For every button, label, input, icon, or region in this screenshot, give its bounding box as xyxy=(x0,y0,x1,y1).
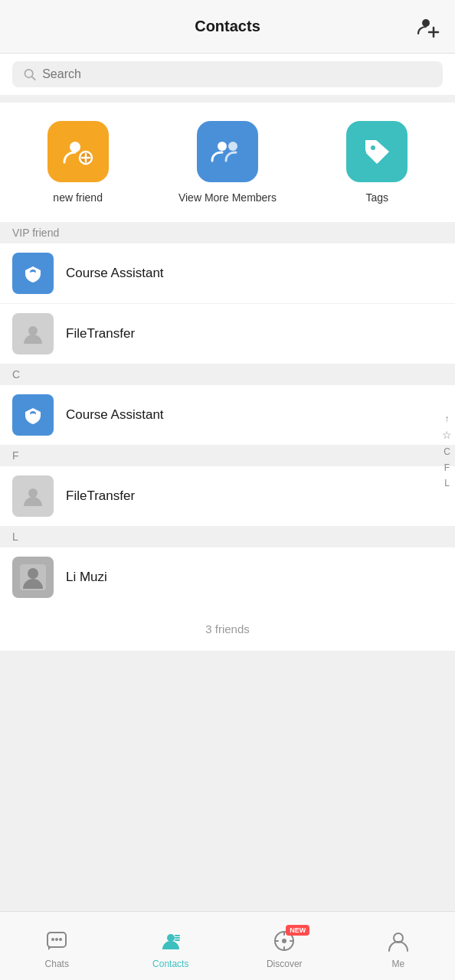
svg-point-10 xyxy=(228,142,237,151)
contact-item-li-muzi[interactable]: Li Muzi xyxy=(0,547,455,607)
search-bar xyxy=(0,54,455,95)
quick-actions: new friend View More Members Tags xyxy=(0,103,455,222)
svg-point-26 xyxy=(55,938,58,941)
nav-icon-wrap-contacts xyxy=(159,929,182,956)
me-nav-icon xyxy=(387,929,410,952)
svg-point-17 xyxy=(28,326,38,335)
contact-item-file-transfer[interactable]: FileTransfer xyxy=(0,466,455,526)
nav-label-me: Me xyxy=(391,959,404,969)
side-index-star[interactable]: ☆ xyxy=(442,429,452,442)
svg-point-13 xyxy=(371,145,375,150)
course-assistant-c-icon xyxy=(20,402,46,428)
chats-nav-icon xyxy=(45,929,68,952)
section-l-list: Li Muzi xyxy=(0,547,455,607)
nav-item-discover[interactable]: NEW Discover xyxy=(228,923,342,969)
side-index-top[interactable]: ↑ xyxy=(445,413,450,424)
new-friend-label: new friend xyxy=(53,191,103,204)
contact-name-course-assistant: Course Assistant xyxy=(66,407,164,423)
avatar-li-muzi xyxy=(12,557,54,598)
contact-name-file-transfer-vip: FileTransfer xyxy=(66,326,135,341)
nav-label-contacts: Contacts xyxy=(152,959,188,969)
page-title: Contacts xyxy=(195,18,260,35)
svg-point-25 xyxy=(51,938,54,941)
avatar-file-transfer-vip xyxy=(12,313,54,354)
view-more-members-icon xyxy=(211,135,244,168)
contacts-nav-icon xyxy=(159,929,182,952)
tags-icon xyxy=(360,135,394,168)
tags-label: Tags xyxy=(366,191,389,204)
contact-name-course-assistant-vip: Course Assistant xyxy=(66,266,164,281)
svg-point-0 xyxy=(422,19,430,27)
search-icon xyxy=(23,67,36,81)
svg-point-5 xyxy=(70,142,80,152)
avatar-course-assistant xyxy=(12,394,54,436)
new-friend-icon xyxy=(61,135,95,168)
contact-item-course-assistant[interactable]: Course Assistant xyxy=(0,385,455,445)
spacer xyxy=(0,651,455,804)
section-c-list: Course Assistant xyxy=(0,385,455,445)
svg-marker-12 xyxy=(366,141,389,164)
svg-line-4 xyxy=(32,77,35,80)
course-assistant-avatar-icon xyxy=(20,260,46,286)
nav-label-discover: Discover xyxy=(267,959,303,969)
section-f-list: FileTransfer xyxy=(0,466,455,526)
discover-new-badge: NEW xyxy=(286,925,309,936)
view-more-members-label: View More Members xyxy=(178,191,277,204)
action-view-more-members[interactable]: View More Members xyxy=(178,121,277,204)
tags-icon-bg xyxy=(346,121,408,182)
avatar-course-assistant-vip xyxy=(12,253,54,294)
side-index-c[interactable]: C xyxy=(444,446,450,457)
section-header-c: C xyxy=(0,364,455,385)
view-more-members-icon-bg xyxy=(197,121,258,182)
svg-point-23 xyxy=(28,568,38,579)
contact-name-li-muzi: Li Muzi xyxy=(66,570,107,585)
nav-icon-wrap-chats xyxy=(45,929,68,956)
section-header-l: L xyxy=(0,526,455,547)
contact-item-file-transfer-vip[interactable]: FileTransfer xyxy=(0,304,455,364)
side-index-f[interactable]: F xyxy=(444,462,450,473)
svg-point-28 xyxy=(167,934,175,942)
contact-name-file-transfer: FileTransfer xyxy=(66,488,135,504)
svg-point-33 xyxy=(282,939,286,943)
search-input-wrap[interactable] xyxy=(12,61,443,87)
li-muzi-avatar-icon xyxy=(20,564,46,590)
side-index: ↑ ☆ C F L xyxy=(442,413,452,488)
nav-label-chats: Chats xyxy=(45,959,69,969)
section-header-f: F xyxy=(0,445,455,466)
new-friend-icon-bg xyxy=(47,121,109,182)
header: Contacts xyxy=(0,0,455,54)
svg-point-21 xyxy=(28,488,38,498)
vip-section-header: VIP friend xyxy=(0,222,455,243)
action-tags[interactable]: Tags xyxy=(346,121,408,204)
nav-item-contacts[interactable]: Contacts xyxy=(114,923,228,969)
nav-icon-wrap-me xyxy=(387,929,410,956)
contact-item-course-assistant-vip[interactable]: Course Assistant xyxy=(0,243,455,304)
vip-contact-list: Course Assistant FileTransfer xyxy=(0,243,455,364)
svg-point-9 xyxy=(218,142,227,151)
side-index-l[interactable]: L xyxy=(444,478,450,488)
nav-item-chats[interactable]: Chats xyxy=(0,923,114,969)
nav-item-me[interactable]: Me xyxy=(342,923,456,969)
nav-icon-wrap-discover: NEW xyxy=(273,929,296,956)
add-contact-button[interactable] xyxy=(417,15,440,38)
file-transfer-f-icon xyxy=(20,483,46,509)
action-new-friend[interactable]: new friend xyxy=(47,121,109,204)
add-contact-icon xyxy=(417,15,440,38)
svg-point-3 xyxy=(25,70,32,77)
file-transfer-avatar-icon xyxy=(20,321,46,347)
search-input[interactable] xyxy=(42,67,432,81)
svg-point-27 xyxy=(59,938,62,941)
bottom-nav: Chats Contacts NEW xyxy=(0,911,455,980)
friends-count: 3 friends xyxy=(0,607,455,651)
avatar-file-transfer xyxy=(12,475,54,517)
